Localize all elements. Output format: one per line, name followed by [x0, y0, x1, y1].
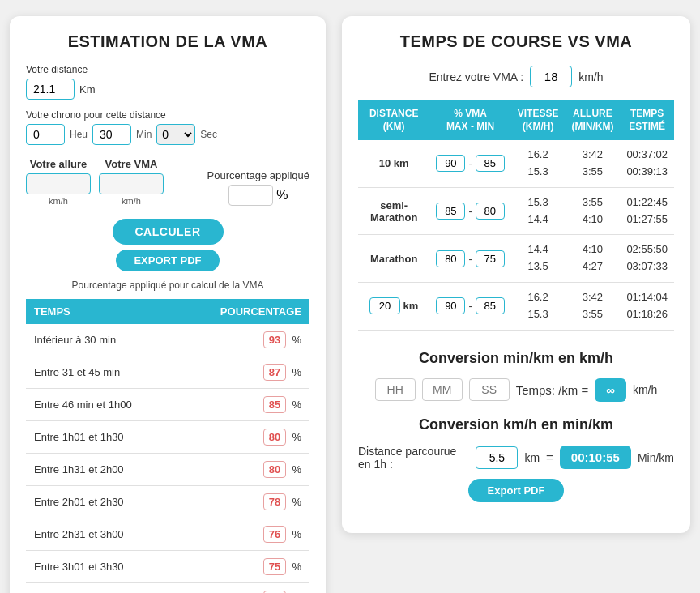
pct-range-cell: -: [429, 282, 510, 330]
conv2-dist-label: Distance parcourue en 1h :: [358, 445, 469, 471]
pct-max-input[interactable]: [436, 203, 465, 220]
pct-cell: 85 %: [179, 389, 309, 421]
temps-cell: 01:22:4501:27:55: [620, 187, 674, 235]
course-table: DISTANCE(KM) % VMAMAX - MIN VITESSE(KM/H…: [358, 100, 674, 331]
sec-select[interactable]: 0: [156, 124, 195, 145]
vma-entry-input[interactable]: [530, 66, 572, 87]
conv1-mm[interactable]: [422, 378, 463, 401]
pct-max-input[interactable]: [436, 250, 465, 267]
vma-entry-label: Entrez votre VMA :: [429, 70, 523, 83]
temps-cell: Entre 3h01 et 3h30: [26, 551, 179, 583]
sec-unit: Sec: [200, 129, 217, 140]
min-input[interactable]: [92, 124, 131, 145]
pct-max-input[interactable]: [436, 297, 465, 314]
col-pct: POURCENTAGE: [179, 299, 309, 324]
conv2-dist-input[interactable]: [476, 446, 518, 469]
pct-badge: 78: [263, 493, 286, 510]
pct-max-input[interactable]: [436, 155, 465, 172]
table-row: 10 km - 16.215.3 3:423:55 00:37:0200:39:…: [358, 140, 674, 187]
dist-cell: Marathon: [358, 235, 429, 283]
pct-cell: 76 %: [179, 518, 309, 551]
conv2-equals: =: [546, 450, 553, 464]
table-row: Marathon - 14.413.5 4:104:27 02:55:5003:…: [358, 235, 674, 283]
vitesse-cell: 16.215.3: [511, 140, 566, 187]
pct-badge: 87: [263, 364, 286, 381]
dist-cell: 10 km: [358, 140, 429, 187]
allure-label: Votre allure: [30, 158, 88, 170]
allure-cell: 3:554:10: [565, 187, 620, 235]
vma-value-input[interactable]: [99, 173, 164, 194]
distance-unit: Km: [79, 83, 96, 96]
pct-badge: 76: [263, 526, 286, 543]
temps-cell: Entre 2h01 et 2h30: [26, 486, 179, 518]
temps-cell: Entre 1h31 et 2h00: [26, 454, 179, 486]
col-distance: DISTANCE(KM): [358, 100, 429, 140]
table-row: Entre 46 min et 1h00 85 %: [26, 389, 309, 421]
conv1-infinity-btn[interactable]: ∞: [595, 378, 626, 402]
temps-cell: 3h01 et plus: [26, 583, 179, 594]
pct-badge: 75: [263, 558, 286, 575]
allure-value-input[interactable]: [26, 173, 91, 194]
pct-badge: 80: [263, 429, 286, 446]
calculer-button[interactable]: CALCULER: [113, 219, 224, 245]
conv1-section: Conversion min/km en km/h Temps: /km = ∞…: [358, 350, 674, 402]
table-row: Entre 31 et 45 min 87 %: [26, 356, 309, 389]
vma-entry-unit: km/h: [578, 70, 603, 83]
vma-label: Votre VMA: [105, 158, 158, 170]
pct-cell: 80 %: [179, 421, 309, 454]
temps-cell: Entre 46 min et 1h00: [26, 389, 179, 421]
pct-min-input[interactable]: [476, 297, 505, 314]
heure-input[interactable]: [26, 124, 65, 145]
table-row: Entre 1h01 et 1h30 80 %: [26, 421, 309, 454]
col-temps: TEMPS: [26, 299, 179, 324]
dist-cell: semi-Marathon: [358, 187, 429, 235]
pct-cell: 75 %: [179, 551, 309, 583]
pct-note: Pourcentage appliqué pour calcul de la V…: [26, 279, 309, 291]
pct-badge: 80: [263, 461, 286, 478]
allure-unit: km/h: [49, 196, 68, 206]
dist-cell: km: [358, 282, 429, 330]
conv2-dist-unit: km: [524, 451, 540, 464]
chrono-label: Votre chrono pour cette distance: [26, 109, 309, 121]
pct-input[interactable]: [228, 185, 273, 206]
left-title: ESTIMATION DE LA VMA: [26, 32, 309, 51]
col-temps: TEMPSESTIMÉ: [620, 100, 674, 140]
temps-cell: 00:37:0200:39:13: [620, 140, 674, 187]
col-allure: ALLURE(MIN/KM): [565, 100, 620, 140]
pct-range-cell: -: [429, 140, 510, 187]
pct-badge: 93: [263, 331, 286, 348]
conv1-unit: km/h: [633, 383, 657, 396]
table-row: km - 16.215.3 3:423:55 01:14:0401:18:26: [358, 282, 674, 330]
table-row: Entre 2h31 et 3h00 76 %: [26, 518, 309, 551]
pct-min-input[interactable]: [476, 155, 505, 172]
vitesse-cell: 15.314.4: [511, 187, 566, 235]
min-unit: Min: [136, 129, 152, 140]
dist-editable-input[interactable]: [369, 297, 400, 314]
allure-cell: 4:104:27: [565, 235, 620, 283]
pct-min-input[interactable]: [476, 250, 505, 267]
distance-input[interactable]: [26, 79, 75, 100]
table-row: semi-Marathon - 15.314.4 3:554:10 01:22:…: [358, 187, 674, 235]
vitesse-cell: 16.215.3: [511, 282, 566, 330]
table-row: Entre 2h01 et 2h30 78 %: [26, 486, 309, 518]
left-panel: ESTIMATION DE LA VMA Votre distance Km V…: [10, 16, 326, 593]
col-pct-vma: % VMAMAX - MIN: [429, 100, 510, 140]
conv2-title: Conversion km/h en min/km: [358, 416, 674, 433]
distance-label: Votre distance: [26, 64, 309, 75]
pct-range-cell: -: [429, 187, 510, 235]
right-title: TEMPS DE COURSE VS VMA: [358, 32, 674, 51]
temps-cell: Entre 1h01 et 1h30: [26, 421, 179, 454]
pct-cell: 93 %: [179, 324, 309, 356]
pct-min-input[interactable]: [476, 203, 505, 220]
col-vitesse: VITESSE(KM/H): [511, 100, 566, 140]
conv1-hh[interactable]: [375, 378, 416, 401]
table-row: Entre 1h31 et 2h00 80 %: [26, 454, 309, 486]
pct-label: Pourcentage appliqué: [207, 169, 310, 181]
temps-cell: Entre 2h31 et 3h00: [26, 518, 179, 551]
conv1-ss[interactable]: [469, 378, 510, 401]
conv2-result-unit: Min/km: [638, 451, 674, 464]
export-button[interactable]: EXPORT PDF: [116, 250, 219, 271]
conv2-export-btn[interactable]: Export PDF: [468, 479, 565, 502]
heure-unit: Heu: [70, 129, 88, 140]
right-panel: TEMPS DE COURSE VS VMA Entrez votre VMA …: [342, 16, 690, 533]
